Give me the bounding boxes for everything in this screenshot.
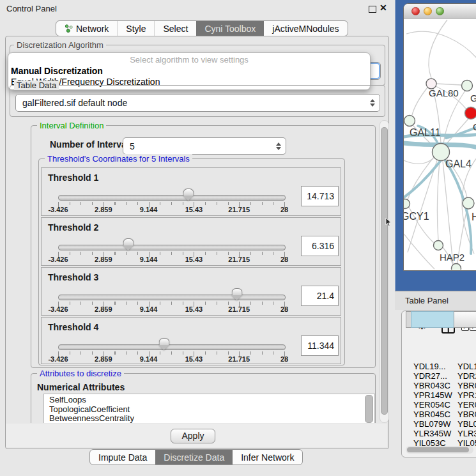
num-intervals-label: Number of Intervals: [50, 139, 134, 150]
table-data-value: galFiltered.sif default node: [16, 98, 369, 108]
close-icon[interactable]: ✕: [380, 3, 387, 13]
threshold-1-label: Threshold 1: [48, 173, 98, 183]
node-label: GA: [470, 93, 476, 104]
control-panel: Control Panel ✕ Network Style Select Cyn…: [0, 0, 394, 476]
settings-viewport: Interval Definition Number of Intervals …: [8, 119, 380, 423]
table-data-combobox[interactable]: galFiltered.sif default node: [15, 94, 380, 112]
slider-axis-labels: -3.426 2.859 9.144 15.43 21.715 28: [58, 206, 284, 215]
column-header-shared-name[interactable]: [411, 311, 454, 328]
threshold-4-slider-thumb[interactable]: [159, 338, 170, 345]
attributes-list-scrollbar[interactable]: [365, 395, 373, 423]
tab-impute-data[interactable]: Impute Data: [90, 450, 155, 464]
node-top-right: [462, 81, 473, 91]
node-label: GCY1: [404, 211, 429, 222]
attributes-group-title: Attributes to discretize: [37, 369, 124, 378]
thresholds-group-title: Threshold's Coordinates for 5 Intervals: [45, 154, 192, 164]
close-traffic-light-icon[interactable]: [411, 7, 420, 15]
threshold-4-value-field[interactable]: 11.344: [301, 335, 339, 356]
table-cell[interactable]: YDR27: [457, 371, 476, 381]
tab-jactivemnodules[interactable]: jActiveMNodules: [264, 21, 347, 36]
table-cell[interactable]: YDR27...: [413, 371, 454, 381]
network-canvas[interactable]: GAL80 GA GAL11 GAL4 GCY1 H HAP2 C: [404, 19, 476, 270]
table-cell[interactable]: YBR045C: [413, 410, 454, 419]
tab-discretize-data[interactable]: Discretize Data: [155, 450, 233, 464]
table-cell[interactable]: YBL079W: [413, 419, 454, 429]
threshold-2-slider-thumb[interactable]: [123, 238, 134, 245]
slider-ticks: [58, 252, 286, 255]
stepper-icon: [369, 99, 375, 107]
table-cell[interactable]: YBR04: [457, 381, 476, 390]
cyni-bottom-tabbar: Impute Data Discretize Data Infer Networ…: [89, 449, 303, 465]
minimize-traffic-light-icon[interactable]: [424, 7, 432, 15]
zoom-traffic-light-icon[interactable]: [436, 7, 444, 15]
slider-ticks: [58, 351, 286, 355]
table-panel: ⚙ YDL19... YDL19 YDR27... YDR27 YBR043C …: [401, 311, 476, 457]
apply-button[interactable]: Apply: [171, 429, 215, 443]
node-bottom: [452, 264, 461, 270]
tab-style[interactable]: Style: [117, 21, 154, 36]
panel-title: Control Panel: [6, 4, 57, 13]
dropdown-placeholder: Select algorithm to view settings: [8, 55, 370, 65]
node-h: [463, 197, 474, 209]
list-item[interactable]: BetweennessCentrality: [44, 413, 374, 422]
table-cell[interactable]: YBL07: [457, 419, 476, 429]
table-cell[interactable]: YDL19...: [413, 362, 454, 371]
slider-axis-labels: -3.426 2.859 9.144 15.43 21.715 28: [58, 305, 284, 314]
threshold-2-value-field[interactable]: 6.316: [301, 236, 339, 256]
node-gal11: [404, 116, 415, 127]
tab-label: Network: [76, 24, 109, 34]
table-hscrollbar-thumb[interactable]: [407, 447, 469, 452]
tab-select[interactable]: Select: [154, 21, 196, 36]
node-hap2: [434, 241, 443, 250]
threshold-3-slider-thumb[interactable]: [231, 288, 242, 295]
threshold-3-value-field[interactable]: 21.4: [301, 286, 339, 306]
table-panel-title: Table Panel: [405, 296, 449, 305]
table-cell[interactable]: YER054C: [413, 400, 454, 410]
stepper-icon: [275, 142, 281, 150]
table-cell[interactable]: YER05: [457, 400, 476, 410]
threshold-2-panel: Threshold 2 -3.426 2.859 9.144 15.43 21.…: [41, 217, 341, 266]
threshold-4-label: Threshold 4: [48, 322, 98, 332]
algorithm-group-title: Discretization Algorithm: [14, 40, 106, 50]
network-icon: [65, 24, 73, 33]
slider-ticks: [58, 202, 286, 205]
table-cell[interactable]: YPR145W: [413, 390, 454, 400]
dropdown-option-manual[interactable]: Manual Discretization: [11, 66, 103, 76]
mouse-cursor: [385, 218, 392, 227]
table-hscrollbar[interactable]: [406, 446, 473, 454]
table-cell[interactable]: YLR345W: [413, 429, 454, 438]
settings-scrollbar-track[interactable]: [380, 120, 389, 423]
node-gcy1: [404, 199, 410, 209]
table-cell[interactable]: YLR34: [457, 429, 476, 438]
network-view-window: GAL80 GA GAL11 GAL4 GCY1 H HAP2 C: [403, 3, 476, 271]
threshold-1-panel: Threshold 1 -3.426 2.859 9.144 15.43 21.…: [41, 167, 341, 216]
tab-network[interactable]: Network: [56, 21, 117, 36]
window-titlebar[interactable]: [404, 4, 476, 19]
table-cell[interactable]: YBR043C: [413, 381, 454, 390]
float-window-icon[interactable]: [369, 6, 376, 13]
slider-axis-labels: -3.426 2.859 9.144 15.43 21.715 28: [58, 355, 284, 364]
threshold-1-value-field[interactable]: 14.713: [301, 186, 339, 206]
table-cell[interactable]: YDL19: [457, 362, 476, 371]
tab-infer-network[interactable]: Infer Network: [233, 450, 302, 464]
tab-cyni-toolbox[interactable]: Cyni Toolbox: [196, 21, 264, 36]
table-panel-header: Table Panel: [395, 291, 476, 310]
control-panel-tabbar: Network Style Select Cyni Toolbox jActiv…: [56, 20, 348, 36]
threshold-2-label: Threshold 2: [48, 222, 98, 233]
column-header-name[interactable]: [454, 311, 476, 328]
table-cell[interactable]: YBR04: [457, 410, 476, 419]
list-item[interactable]: TopologicalCoefficient: [44, 404, 374, 413]
list-item[interactable]: SelfLoops: [44, 394, 374, 404]
node-red: [465, 107, 476, 119]
slider-axis-labels: -3.426 2.859 9.144 15.43 21.715 28: [58, 256, 284, 265]
settings-scrollbar-thumb[interactable]: [381, 127, 388, 415]
numerical-attributes-list[interactable]: SelfLoops TopologicalCoefficient Between…: [43, 394, 375, 423]
slider-ticks: [58, 302, 286, 305]
num-intervals-combobox[interactable]: 5: [123, 137, 286, 155]
threshold-1-slider-thumb[interactable]: [183, 188, 194, 196]
node-label: GAL11: [410, 127, 441, 139]
table-cell[interactable]: YPR14: [457, 390, 476, 400]
screen: Control Panel ✕ Network Style Select Cyn…: [0, 0, 476, 476]
node-label: GAL4: [445, 158, 472, 170]
table-data-group-title: Table Data: [14, 81, 59, 90]
